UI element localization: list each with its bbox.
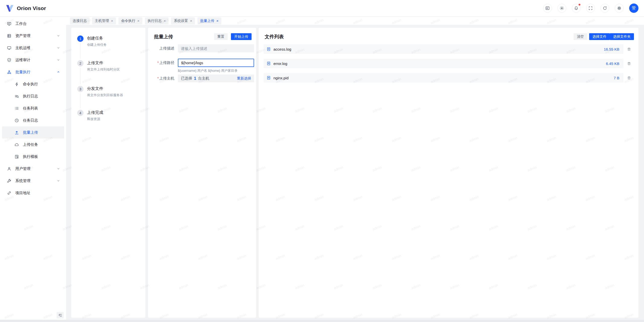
required-mark: * xyxy=(157,61,159,65)
sidebar-collapse-button[interactable] xyxy=(57,312,64,318)
cluster-icon xyxy=(7,70,11,74)
chevron-down-icon xyxy=(57,34,60,38)
lightning-icon xyxy=(15,82,19,86)
step-connector xyxy=(80,68,80,84)
notifications-button[interactable] xyxy=(572,4,581,13)
sidebar-item-task-log[interactable]: 任务日志 xyxy=(2,114,64,126)
delete-file-button[interactable] xyxy=(625,74,632,81)
upload-path-label: *上传路径 xyxy=(154,60,174,65)
menu-fold-icon xyxy=(58,313,62,317)
cloud-icon xyxy=(15,142,19,147)
settings-button[interactable] xyxy=(615,4,624,13)
step-number: 2 xyxy=(77,60,84,66)
close-icon[interactable]: × xyxy=(216,19,219,23)
tab-host-management[interactable]: 主机管理 × xyxy=(92,17,116,24)
tab-system-settings[interactable]: 系统设置 × xyxy=(171,17,195,24)
code-icon xyxy=(545,6,550,10)
sidebar-item-project-link[interactable]: 项目地址 xyxy=(2,187,64,199)
delete-file-button[interactable] xyxy=(625,60,632,67)
horizontal-scrollbar[interactable] xyxy=(0,320,644,322)
user-icon xyxy=(7,167,11,171)
file-row-wrap: error.log 6.45 KB xyxy=(264,59,632,68)
watermark-text: admin xyxy=(643,165,644,172)
sun-icon xyxy=(560,6,564,10)
step-desc: 将文件分发到目标服务器 xyxy=(87,93,123,97)
close-icon[interactable]: × xyxy=(190,19,192,23)
step-title: 创建任务 xyxy=(87,35,107,41)
close-icon[interactable]: × xyxy=(111,19,113,23)
upload-host-row: *上传主机 已选择 1 台主机 重新选择 xyxy=(154,75,254,82)
code-button[interactable] xyxy=(543,4,552,13)
step-upload-files: 2 上传文件 将文件上传到临时分区 xyxy=(77,60,141,72)
tab-bar: 连接日志 主机管理 × 命令执行 × 执行日志 × 系统设置 × 批量上传 × xyxy=(66,17,644,25)
sidebar-item-workbench[interactable]: 工作台 xyxy=(2,18,64,30)
step-title: 上传文件 xyxy=(87,60,120,66)
trash-icon xyxy=(627,76,631,80)
upload-path-input[interactable] xyxy=(178,59,254,67)
start-upload-button[interactable]: 开始上传 xyxy=(231,33,252,40)
tab-connection-log[interactable]: 连接日志 xyxy=(70,17,90,24)
trash-icon xyxy=(627,47,631,51)
chevron-down-icon xyxy=(57,58,60,62)
sidebar-item-batch-upload[interactable]: 批量上传 xyxy=(2,126,64,138)
tab-command-exec[interactable]: 命令执行 × xyxy=(118,17,142,24)
sidebar-item-system-management[interactable]: 系统管理 xyxy=(2,175,64,187)
step-create-task: 1 创建任务 创建上传任务 xyxy=(77,35,141,47)
upload-desc-row: 上传描述 xyxy=(154,44,254,52)
step-desc: 释放资源 xyxy=(87,117,103,121)
asset-icon xyxy=(7,34,11,38)
watermark-text: admin xyxy=(643,106,644,113)
user-avatar[interactable]: 管 xyxy=(629,4,638,13)
close-icon[interactable]: × xyxy=(164,19,166,23)
sidebar-item-ops-audit[interactable]: 运维审计 xyxy=(2,54,64,66)
monitor-icon xyxy=(7,46,11,50)
step-upload-complete: 4 上传完成 释放资源 xyxy=(77,110,141,121)
trash-icon xyxy=(627,62,631,65)
sidebar-item-exec-template[interactable]: 执行模板 xyxy=(2,151,64,163)
chevron-down-icon xyxy=(57,46,60,50)
sidebar-item-exec-log[interactable]: 执行日志 xyxy=(2,90,64,102)
refresh-button[interactable] xyxy=(600,4,609,13)
fullscreen-button[interactable] xyxy=(586,4,595,13)
reselect-hosts-button[interactable]: 重新选择 xyxy=(237,76,251,81)
sidebar-item-batch-execution[interactable]: 批量执行 xyxy=(2,66,64,78)
steps-panel: 1 创建任务 创建上传任务 2 上传文件 将文件上传到临时分区 3 分发文件 将… xyxy=(71,28,145,318)
file-list-panel: 文件列表 清空 选择文件 选择文件夹 access.log 16.55 KB xyxy=(259,28,638,318)
sidebar-item-command-exec[interactable]: 命令执行 xyxy=(2,78,64,90)
sidebar-item-user-management[interactable]: 用户管理 xyxy=(2,163,64,175)
chevron-down-icon xyxy=(57,179,60,183)
app-title: Orion Visor xyxy=(17,5,46,11)
log-search-icon xyxy=(15,94,19,98)
sidebar-item-upload-tasks[interactable]: 上传任务 xyxy=(2,138,64,151)
close-icon[interactable]: × xyxy=(137,19,140,23)
step-connector xyxy=(80,43,80,59)
file-name: error.log xyxy=(273,61,287,66)
template-icon xyxy=(15,155,19,159)
watermark-text: admin xyxy=(643,283,644,290)
file-rows: access.log 16.55 KB xyxy=(264,44,632,87)
selected-host-count: 1 xyxy=(194,76,196,81)
step-number: 3 xyxy=(77,86,84,92)
upload-desc-label: 上传描述 xyxy=(154,46,174,51)
file-size: 7 B xyxy=(614,76,619,80)
step-distribute-files: 3 分发文件 将文件分发到目标服务器 xyxy=(77,86,141,97)
tab-exec-log[interactable]: 执行日志 × xyxy=(145,17,169,24)
file-name: nginx.pid xyxy=(273,76,289,80)
step-desc: 将文件上传到临时分区 xyxy=(87,67,120,72)
upload-path-row: *上传路径 xyxy=(154,59,254,67)
upload-host-label: *上传主机 xyxy=(154,76,174,81)
file-name: access.log xyxy=(273,47,291,51)
upload-desc-input[interactable] xyxy=(178,44,254,52)
tab-batch-upload[interactable]: 批量上传 × xyxy=(197,17,221,24)
delete-file-button[interactable] xyxy=(625,46,632,53)
theme-button[interactable] xyxy=(557,4,566,13)
sidebar-menu: 工作台 资产管理 主机运维 xyxy=(0,17,66,199)
select-folder-button[interactable]: 选择文件夹 xyxy=(610,33,634,40)
reset-button[interactable]: 重置 xyxy=(214,33,228,40)
sidebar-item-asset-management[interactable]: 资产管理 xyxy=(2,30,64,42)
clear-files-button[interactable]: 清空 xyxy=(574,33,587,40)
sidebar-item-host-ops[interactable]: 主机运维 xyxy=(2,42,64,54)
select-file-button[interactable]: 选择文件 xyxy=(589,33,610,40)
sidebar-item-task-list[interactable]: 任务列表 xyxy=(2,102,64,114)
file-size: 16.55 KB xyxy=(604,47,619,51)
